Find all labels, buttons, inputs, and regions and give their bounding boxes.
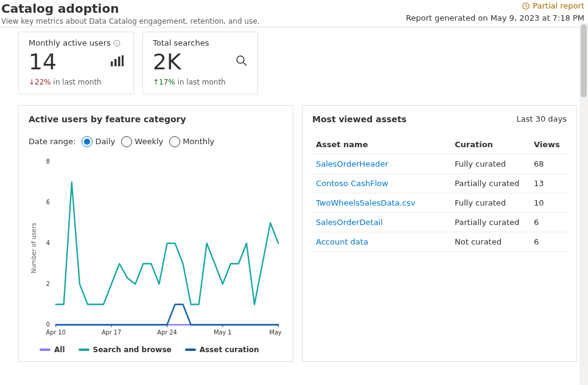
kpi-mau-trend: ↓22% in last month [29,78,124,86]
svg-text:Apr 17: Apr 17 [102,328,121,335]
svg-text:May 8: May 8 [270,328,283,335]
panel-chart-title: Active users by feature category [29,114,283,124]
legend-curation: Asset curation [200,345,259,354]
asset-views: 13 [530,173,567,193]
legend-search: Search and browse [93,345,172,354]
kpi-row: Monthly active users 14 ↓22% in last mon… [18,32,577,94]
legend-swatch-curation [185,349,196,351]
panel-most-viewed: Most viewed assets Last 30 days Asset na… [302,105,577,362]
assets-table: Asset name Curation Views SalesOrderHead… [312,135,567,252]
asset-curation: Partially curated [451,173,530,193]
asset-views: 6 [530,212,567,232]
svg-text:Apr 24: Apr 24 [157,328,177,335]
range-label: Date range: [29,137,75,146]
col-curation[interactable]: Curation [451,135,530,154]
asset-link[interactable]: SalesOrderDetail [312,212,451,232]
table-row: SalesOrderDetailPartially curated6 [312,212,567,232]
asset-link[interactable]: TwoWheelsSalesData.csv [312,193,451,212]
svg-text:2: 2 [46,280,50,286]
svg-text:Number of users: Number of users [30,223,37,273]
legend-swatch-search [79,349,89,351]
asset-curation: Partially curated [451,212,530,232]
legend-swatch-all [40,349,51,351]
svg-text:8: 8 [46,158,50,164]
svg-rect-3 [114,59,117,66]
kpi-searches[interactable]: Total searches 2K ↑17% in last month [142,32,258,94]
legend-all: All [54,345,65,354]
chart-legend: All Search and browse Asset curation [29,345,283,354]
col-views[interactable]: Views [530,135,567,154]
asset-views: 10 [530,193,567,212]
asset-curation: Not curated [451,232,530,251]
panel-assets-range: Last 30 days [516,114,567,123]
radio-daily[interactable]: Daily [82,136,115,147]
svg-text:Apr 10: Apr 10 [46,328,66,335]
line-chart[interactable]: 02468Number of usersApr 10Apr 17Apr 24Ma… [29,157,283,339]
asset-views: 6 [530,232,567,251]
svg-text:0: 0 [46,321,50,327]
asset-link[interactable]: Contoso CashFlow [312,173,451,193]
asset-curation: Fully curated [451,154,530,173]
svg-text:6: 6 [46,198,50,205]
partial-report-label: Partial report [533,1,584,10]
asset-curation: Fully curated [451,193,530,212]
arrow-up-icon: ↑ [153,78,159,86]
table-row: TwoWheelsSalesData.csvFully curated10 [312,193,567,212]
scrollbar[interactable] [579,23,588,385]
kpi-searches-title: Total searches [153,38,209,47]
search-icon [236,55,248,69]
svg-point-6 [237,56,244,63]
page-title: Catalog adoption [1,1,406,16]
panel-active-users-chart: Active users by feature category Date ra… [18,105,293,362]
bar-chart-icon [110,55,124,68]
info-icon[interactable] [113,40,121,47]
date-range-row: Date range: Daily Weekly Monthly [29,136,283,147]
svg-text:4: 4 [46,239,50,246]
scrollbar-thumb[interactable] [581,24,587,97]
table-row: Contoso CashFlowPartially curated13 [312,173,567,193]
clock-warning-icon [522,2,530,10]
report-generated: Report generated on May 9, 2023 at 7:18 … [406,13,584,23]
col-asset-name[interactable]: Asset name [312,135,451,154]
asset-link[interactable]: Account data [312,232,451,251]
asset-link[interactable]: SalesOrderHeader [312,154,451,173]
kpi-searches-trend: ↑17% in last month [153,78,248,86]
radio-weekly[interactable]: Weekly [121,136,163,147]
panel-assets-title: Most viewed assets [312,114,407,124]
kpi-mau-title: Monthly active users [29,38,111,47]
content-area: Monthly active users 14 ↓22% in last mon… [0,23,588,385]
radio-monthly[interactable]: Monthly [169,136,214,147]
kpi-mau-value: 14 [29,50,57,74]
svg-rect-2 [111,61,113,66]
kpi-mau[interactable]: Monthly active users 14 ↓22% in last mon… [18,32,134,94]
table-row: Account dataNot curated6 [312,232,567,251]
asset-views: 68 [530,154,567,173]
arrow-down-icon: ↓ [29,78,35,86]
table-row: SalesOrderHeaderFully curated68 [312,154,567,173]
svg-text:May 1: May 1 [214,328,231,335]
svg-rect-4 [118,57,121,66]
kpi-searches-value: 2K [153,50,181,74]
svg-rect-5 [122,55,124,66]
partial-report-badge: Partial report [522,1,584,10]
